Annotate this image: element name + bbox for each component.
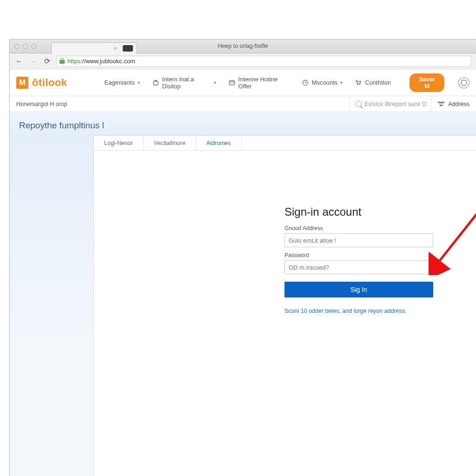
tab-strip: ✧ Heep to orlag-fistfle bbox=[10, 40, 476, 53]
email-field[interactable] bbox=[284, 233, 433, 247]
chevron-down-icon: ▾ bbox=[138, 80, 140, 85]
nav-label: Intenne Hotine Offer bbox=[238, 76, 290, 90]
cta-button[interactable]: Saver ld bbox=[410, 73, 445, 92]
tab-2[interactable]: Aldromes bbox=[196, 136, 242, 150]
filter-label: Address bbox=[448, 101, 469, 107]
main-panel: Logl-Nenor Vecitatlinore Aldromes Sign-i… bbox=[93, 135, 476, 476]
chevron-down-icon: ▾ bbox=[340, 80, 343, 85]
left-rail bbox=[10, 135, 93, 476]
nav-label: Intern lnat.a Disitop bbox=[162, 76, 211, 90]
tab-audio-icon[interactable] bbox=[123, 45, 133, 52]
svg-rect-1 bbox=[229, 80, 234, 85]
url-bar: ← → ⟳ https://www.jublookc.com bbox=[10, 53, 476, 69]
clock-icon bbox=[302, 79, 309, 86]
page-heading-band: Repoythe fumpltinus l bbox=[10, 112, 476, 135]
breadcrumb: Honersargot H orop bbox=[16, 101, 67, 107]
page-title: Repoythe fumpltinus l bbox=[19, 120, 467, 131]
back-button[interactable]: ← bbox=[14, 57, 24, 66]
password-field[interactable] bbox=[284, 260, 433, 274]
nav-item-0[interactable]: Eageniants ▾ bbox=[105, 79, 140, 86]
panel-tabs: Logl-Nenor Vecitatlinore Aldromes bbox=[94, 136, 476, 151]
traffic-light-minimize[interactable] bbox=[23, 44, 28, 49]
traffic-light-zoom[interactable] bbox=[31, 44, 36, 49]
nav-label: Mscounts bbox=[312, 79, 338, 86]
filter-icon bbox=[438, 101, 444, 107]
nav-item-4[interactable]: Conthtlon bbox=[355, 79, 391, 86]
nav-item-2[interactable]: Intenne Hotine Offer bbox=[228, 76, 290, 90]
nav-label: Eageniants bbox=[105, 79, 135, 86]
content-row: Logl-Nenor Vecitatlinore Aldromes Sign-i… bbox=[10, 135, 476, 476]
cart-icon bbox=[355, 79, 362, 86]
traffic-light-close[interactable] bbox=[14, 44, 20, 49]
url-scheme: https bbox=[67, 58, 80, 65]
account-icon[interactable] bbox=[458, 77, 469, 88]
sub-bar: Honersargot H orop Existox lBrepont sace… bbox=[10, 96, 476, 112]
filter-address[interactable]: Address bbox=[431, 96, 469, 112]
signin-title: Sign-in account bbox=[284, 205, 433, 218]
tab-1[interactable]: Vecitatlinore bbox=[144, 136, 196, 150]
address-bar[interactable]: https://www.jublookc.com bbox=[56, 56, 471, 67]
window-controls[interactable] bbox=[10, 44, 41, 49]
site-logo[interactable]: M ôtilook bbox=[16, 77, 67, 89]
site-header: M ôtilook Eageniants ▾ Intern lnat.a Dis… bbox=[10, 69, 476, 96]
help-link[interactable]: Sconi 10 odder beies, and lorge reyon ad… bbox=[284, 308, 433, 314]
url-rest: ://www.jublookc.com bbox=[80, 58, 135, 65]
forward-button[interactable]: → bbox=[28, 57, 38, 66]
email-label: Gnood Address bbox=[284, 225, 433, 231]
svg-point-3 bbox=[357, 84, 358, 85]
tab-page-title: Heep to orlag-fistfle bbox=[150, 43, 336, 49]
signin-button[interactable]: Sig In bbox=[284, 282, 433, 298]
password-label: Password bbox=[284, 252, 433, 258]
nav-item-1[interactable]: Intern lnat.a Disitop ▾ bbox=[152, 76, 216, 90]
logo-text: ôtilook bbox=[32, 77, 67, 89]
tab-label: Logl-Nenor bbox=[104, 140, 133, 146]
tab-label: Vecitatlinore bbox=[154, 140, 185, 146]
tab-label: Aldromes bbox=[206, 140, 231, 146]
primary-nav: Eageniants ▾ Intern lnat.a Disitop ▾ Int… bbox=[105, 76, 391, 90]
browser-window: ✧ Heep to orlag-fistfle ← → ⟳ https://ww… bbox=[9, 39, 476, 476]
svg-point-4 bbox=[359, 84, 360, 85]
svg-rect-0 bbox=[153, 81, 158, 85]
logo-mark: M bbox=[16, 77, 28, 89]
search-placeholder: Existox lBrepont sace D: bbox=[364, 101, 428, 107]
nav-label: Conthtlon bbox=[365, 79, 391, 86]
svg-point-5 bbox=[461, 80, 467, 86]
chevron-down-icon: ▾ bbox=[214, 80, 216, 85]
tab-0[interactable]: Logl-Nenor bbox=[94, 136, 144, 150]
annotation-arrow bbox=[429, 196, 476, 275]
search-icon bbox=[356, 101, 362, 107]
reload-button[interactable]: ⟳ bbox=[42, 57, 52, 66]
signin-card: Sign-in account Gnood Address Password S… bbox=[284, 205, 433, 314]
nav-item-3[interactable]: Mscounts ▾ bbox=[302, 79, 343, 86]
lock-icon bbox=[60, 58, 65, 64]
box-icon bbox=[228, 79, 236, 86]
search-box[interactable]: Existox lBrepont sace D: bbox=[350, 96, 431, 112]
bag-icon bbox=[152, 79, 159, 86]
bookmark-star-icon[interactable]: ✧ bbox=[113, 45, 118, 52]
browser-tab[interactable]: ✧ bbox=[51, 42, 137, 54]
